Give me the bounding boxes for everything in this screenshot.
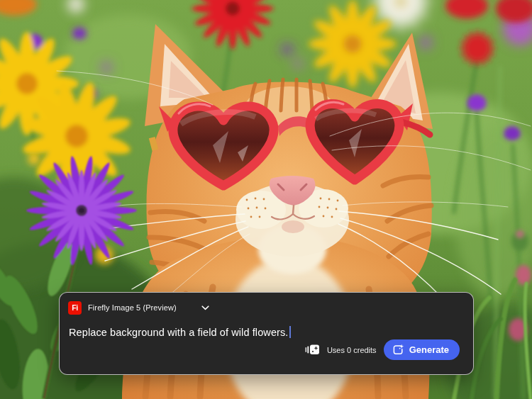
generate-icon <box>392 344 404 356</box>
generate-label: Generate <box>409 344 449 355</box>
prompt-bar-footer: Uses 0 credits Generate <box>305 339 460 360</box>
prompt-bar: Fi Firefly Image 5 (Preview) Replace bac… <box>59 292 474 375</box>
firefly-logo-icon: Fi <box>68 301 82 315</box>
credits-label: Uses 0 credits <box>327 346 377 354</box>
firefly-editor: Fi Firefly Image 5 (Preview) Replace bac… <box>0 0 532 399</box>
generate-button[interactable]: Generate <box>384 339 460 360</box>
chevron-down-icon[interactable] <box>201 305 209 310</box>
model-label: Firefly Image 5 (Preview) <box>88 303 177 312</box>
prompt-input[interactable]: Replace background with a field of wild … <box>69 326 291 338</box>
prompt-text: Replace background with a field of wild … <box>69 327 288 338</box>
model-selector[interactable]: Fi Firefly Image 5 (Preview) <box>68 300 209 315</box>
credits-icon <box>305 344 320 356</box>
text-caret <box>289 326 291 338</box>
